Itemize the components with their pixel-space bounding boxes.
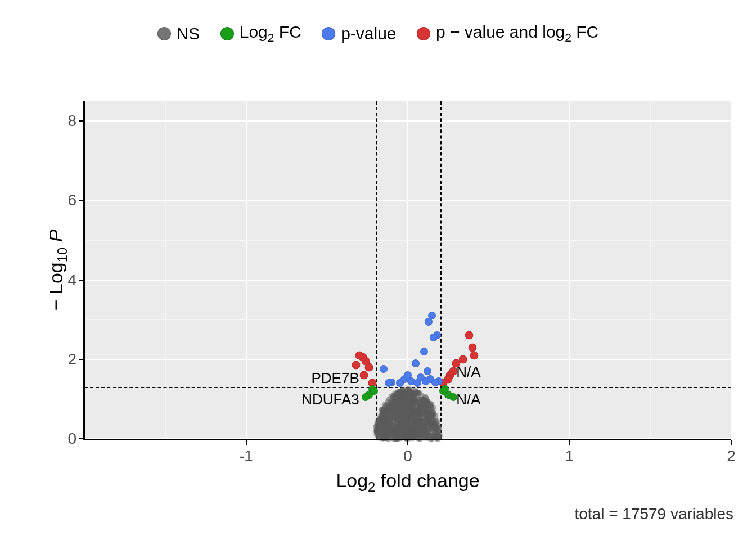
plot-panel: PDE7BNDUFA3N/AN/A	[84, 101, 731, 439]
data-point	[470, 351, 478, 359]
data-point	[355, 351, 363, 359]
x-tick	[407, 440, 408, 445]
data-point	[404, 371, 412, 379]
x-tick-label: 1	[565, 447, 574, 465]
y-tick	[79, 359, 83, 360]
legend-item-pv: p-value	[322, 24, 396, 43]
caption: total = 17579 variables	[574, 505, 734, 523]
legend-swatch-pv	[322, 27, 335, 40]
data-point	[431, 379, 439, 386]
y-axis-line	[83, 101, 85, 440]
legend-label-pv: p-value	[341, 24, 396, 43]
legend-swatch-fc	[220, 27, 234, 40]
y-tick	[79, 120, 83, 122]
legend: NS Log2 FC p-value p − value and log2 FC	[0, 22, 756, 44]
data-point	[370, 387, 378, 395]
legend-label-ns: NS	[177, 24, 200, 43]
data-point	[465, 331, 474, 340]
y-tick	[79, 438, 83, 439]
data-point	[425, 318, 433, 326]
data-point	[352, 361, 361, 370]
x-tick	[731, 440, 732, 445]
x-tick	[246, 440, 247, 445]
y-tick-label: 0	[56, 430, 76, 448]
data-point	[469, 343, 477, 352]
y-tick	[79, 200, 83, 201]
data-point	[430, 334, 438, 341]
data-point	[422, 377, 430, 385]
data-point	[360, 371, 368, 380]
data-point	[362, 393, 370, 401]
point-annotation: NDUFA3	[302, 391, 359, 408]
data-point	[420, 348, 428, 356]
data-point	[380, 365, 388, 373]
legend-swatch-both	[417, 27, 430, 40]
data-point	[385, 379, 393, 387]
y-tick-label: 6	[56, 191, 76, 209]
point-annotation: PDE7B	[311, 370, 359, 387]
legend-item-fc: Log2 FC	[220, 22, 302, 44]
legend-item-both: p − value and log2 FC	[417, 22, 598, 44]
legend-swatch-ns	[158, 27, 171, 40]
data-point	[441, 385, 449, 393]
point-annotation: N/A	[456, 391, 480, 408]
x-tick-label: 0	[403, 447, 412, 465]
y-tick-label: 4	[56, 271, 76, 289]
point-annotation: N/A	[456, 363, 480, 381]
data-point	[424, 367, 431, 375]
x-tick	[569, 440, 570, 445]
legend-item-ns: NS	[158, 24, 200, 43]
y-axis-label: − Log10 P	[45, 230, 70, 311]
x-axis-label: Log2 fold change	[84, 470, 731, 495]
x-tick-label: 2	[727, 447, 736, 465]
x-tick-label: -1	[239, 447, 253, 465]
legend-label-fc: Log2 FC	[240, 22, 302, 44]
data-point	[412, 359, 420, 367]
data-point	[413, 379, 421, 387]
legend-label-both: p − value and log2 FC	[436, 22, 598, 44]
y-tick-label: 8	[56, 112, 76, 130]
y-tick	[79, 280, 83, 281]
y-tick-label: 2	[56, 350, 76, 368]
data-point	[396, 379, 404, 387]
